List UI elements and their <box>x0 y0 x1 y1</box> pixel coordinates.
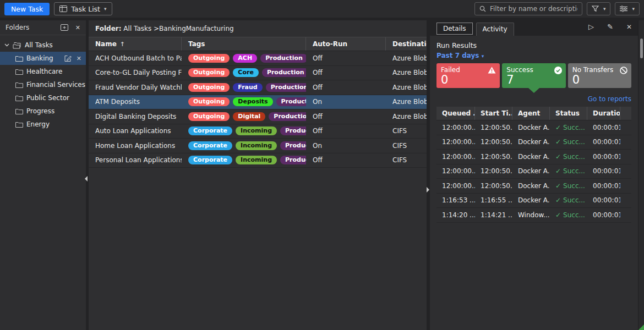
table-row[interactable]: Digital Banking Deposits Outgoing Digita… <box>89 109 427 124</box>
task-destination: Azure Blob S <box>386 69 427 76</box>
check-circle-icon <box>554 67 562 74</box>
chevron-down-icon <box>4 43 9 47</box>
table-view-icon <box>59 6 67 12</box>
view-options-button[interactable]: ▾ <box>615 2 640 15</box>
edit-task-icon[interactable]: ✎ <box>607 23 613 31</box>
go-to-reports-link[interactable]: Go to reports <box>436 95 631 103</box>
queued-time: 1:16:53 ... <box>436 196 475 204</box>
tag-pill: Corporate <box>188 127 232 135</box>
column-header-destination[interactable]: Destination T <box>386 37 427 51</box>
table-row[interactable]: Fraud Vendor Daily Watchlist Outgoing Fr… <box>89 80 427 95</box>
column-header-tags[interactable]: Tags <box>182 37 306 51</box>
start-time: 12:00:50... <box>475 138 512 146</box>
activity-row[interactable]: 1:14:20 ... 1:14:21 ... Window... ✓Succ.… <box>436 208 631 223</box>
sidebar-item-public-sector[interactable]: Public Sector <box>0 91 86 105</box>
activity-row[interactable]: 1:16:53 ... 1:16:55 ... Docker A... ✓Suc… <box>436 194 631 208</box>
folders-panel-title: Folders <box>6 24 29 31</box>
activity-row[interactable]: 12:00:00... 12:00:50... Docker A... ✓Suc… <box>436 120 631 135</box>
collapse-sidebar-handle[interactable] <box>85 176 88 182</box>
filter-input[interactable] <box>490 5 577 13</box>
agent: Window... <box>512 211 550 219</box>
sliders-icon <box>620 6 627 12</box>
scrollbar-thumb[interactable] <box>640 38 643 58</box>
sidebar-item-financial-services[interactable]: Financial Services <box>0 78 86 91</box>
table-row[interactable]: Home Loan Applications Corporate Incomin… <box>89 139 427 153</box>
sidebar-item-energy[interactable]: Energy <box>0 118 86 131</box>
blocked-icon <box>620 67 627 74</box>
date-range-selector[interactable]: Past 7 days ▾ <box>436 52 631 59</box>
tag-pill: Outgoing <box>188 54 230 63</box>
breadcrumb: Folder: All Tasks >BankingManufacturing <box>89 20 427 37</box>
tag-pill: Production <box>280 156 306 164</box>
chevron-down-icon: ▾ <box>603 6 606 12</box>
column-header-auto-run[interactable]: Auto-Run <box>306 37 386 51</box>
sidebar-item-progress[interactable]: Progress <box>0 105 86 118</box>
start-time: 12:00:50... <box>475 153 512 161</box>
activity-table: Queued ... Start Ti... Agent Status Dura… <box>436 107 631 223</box>
column-header-queued[interactable]: Queued ... <box>436 107 475 120</box>
close-panel-icon[interactable]: ✕ <box>75 24 80 31</box>
tag-pill: Production <box>260 54 306 63</box>
folder-icon <box>15 122 23 128</box>
sidebar-item-healthcare[interactable]: Healthcare <box>0 65 86 78</box>
edit-folder-icon[interactable] <box>64 55 72 62</box>
status: ✓Succ... <box>550 196 587 204</box>
task-tags: Corporate Incoming Production ... <box>182 156 306 164</box>
tag-pill: Fraud <box>233 83 262 92</box>
new-task-button[interactable]: New Task <box>4 3 50 15</box>
expand-main-handle[interactable] <box>427 187 429 193</box>
filter-search-box[interactable] <box>474 2 582 15</box>
column-header-status[interactable]: Status <box>550 107 587 120</box>
tab-details[interactable]: Details <box>436 23 473 35</box>
table-row[interactable]: Personal Loan Applications Corporate Inc… <box>89 153 427 168</box>
column-header-name[interactable]: Name↑ <box>89 37 182 51</box>
sidebar-item-banking[interactable]: Banking ✕ <box>0 52 86 65</box>
success-card[interactable]: Success 7 <box>502 63 565 88</box>
column-header-duration[interactable]: Duration <box>587 107 620 120</box>
table-row[interactable]: Core-to-GL Daily Posting File ... Outgoi… <box>89 66 427 81</box>
no-transfers-card[interactable]: No Transfers 0 <box>568 63 631 88</box>
close-panel-icon[interactable]: ✕ <box>626 23 632 31</box>
activity-row[interactable]: 12:00:00... 12:00:50... Docker A... ✓Suc… <box>436 179 631 194</box>
column-header-agent[interactable]: Agent <box>512 107 550 120</box>
task-auto-run: On <box>306 142 386 150</box>
folder-label: Financial Services <box>26 81 85 89</box>
vertical-scrollbar[interactable] <box>638 20 644 330</box>
check-icon: ✓ <box>555 167 561 175</box>
tab-activity[interactable]: Activity <box>476 23 514 36</box>
agent: Docker A... <box>512 153 550 161</box>
table-row[interactable]: ATM Deposits Outgoing Deposits Productio… <box>89 95 427 110</box>
task-table-panel: Folder: All Tasks >BankingManufacturing … <box>89 20 427 330</box>
activity-row[interactable]: 12:00:00... 12:00:50... Docker A... ✓Suc… <box>436 164 631 179</box>
activity-row[interactable]: 12:00:00... 12:00:50... Docker A... ✓Suc… <box>436 135 631 150</box>
activity-row[interactable]: 12:00:00... 12:00:50... Docker A... ✓Suc… <box>436 150 631 164</box>
task-list-view-button[interactable]: Task List ▾ <box>54 2 112 15</box>
top-toolbar: New Task Task List ▾ ▾ ▾ <box>0 0 644 18</box>
task-tags: Corporate Incoming Production ... <box>182 127 306 135</box>
queued-time: 12:00:00... <box>436 167 475 175</box>
folder-label: Healthcare <box>26 68 62 75</box>
success-count: 7 <box>506 74 561 86</box>
folder-label: Public Sector <box>26 94 69 102</box>
details-activity-panel: Details Activity ▷ ✎ ✕ Run Results Past … <box>430 20 644 330</box>
status: ✓Succ... <box>550 182 587 190</box>
add-folder-icon[interactable] <box>61 24 68 31</box>
task-auto-run: Off <box>306 113 386 120</box>
remove-folder-icon[interactable]: ✕ <box>77 55 81 62</box>
agent: Docker A... <box>512 182 550 190</box>
activity-content: Run Results Past 7 days ▾ Failed 0 Succe… <box>430 36 638 330</box>
failed-card[interactable]: Failed 0 <box>436 63 500 88</box>
run-results-title: Run Results <box>436 41 631 50</box>
task-destination: Azure Blob S <box>386 113 427 120</box>
table-row[interactable]: ACH Outbound Batch to Pay... Outgoing AC… <box>89 51 427 66</box>
folder-tree: All Tasks Banking ✕ Healthcare Financial… <box>0 35 86 131</box>
tag-pill: Production <box>266 83 306 92</box>
table-row[interactable]: Auto Loan Applications Corporate Incomin… <box>89 124 427 139</box>
tag-pill: Production <box>269 112 306 121</box>
folder-icon <box>15 69 23 75</box>
sidebar-item-all-tasks[interactable]: All Tasks <box>0 38 86 52</box>
task-list-label: Task List <box>71 5 100 13</box>
run-task-icon[interactable]: ▷ <box>588 23 594 31</box>
column-header-start[interactable]: Start Ti... <box>475 107 512 120</box>
filter-menu-button[interactable]: ▾ <box>587 2 611 15</box>
